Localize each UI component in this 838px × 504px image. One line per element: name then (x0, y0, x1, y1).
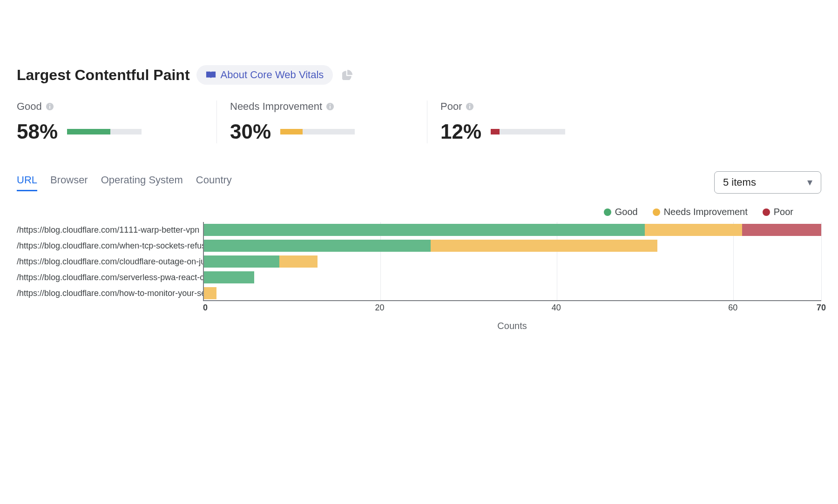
chart-x-tick: 70 (817, 303, 826, 313)
tab-url[interactable]: URL (17, 174, 37, 191)
chart-y-label: https://blog.cloudflare.com/when-tcp-soc… (17, 238, 203, 254)
chart-y-label: https://blog.cloudflare.com/how-to-monit… (17, 285, 203, 301)
book-icon (206, 70, 216, 80)
page-title: Largest Contentful Paint (17, 67, 190, 84)
legend-dot-icon (604, 208, 611, 216)
legend-dot-icon (763, 208, 770, 216)
legend-poor-label: Poor (774, 207, 793, 217)
metric-poor-bar (491, 129, 565, 134)
chart-x-tick: 40 (552, 303, 561, 313)
header: Largest Contentful Paint About Core Web … (17, 65, 821, 85)
pie-chart-icon[interactable] (342, 70, 352, 80)
tabs-row: URLBrowserOperating SystemCountry 5 item… (17, 171, 821, 194)
chart-bar-row[interactable] (204, 255, 468, 268)
metric-needs-improvement-value: 30% (230, 120, 271, 143)
legend-good[interactable]: Good (604, 207, 638, 217)
chart-legend: Good Needs Improvement Poor (17, 207, 821, 217)
tabs: URLBrowserOperating SystemCountry (17, 174, 232, 191)
info-icon[interactable] (326, 102, 334, 111)
metric-good: Good 58% (17, 101, 217, 143)
metric-needs-improvement-bar (280, 129, 355, 134)
chart-bar-segment (645, 224, 742, 236)
chart-bar-row[interactable] (204, 224, 821, 236)
legend-poor[interactable]: Poor (763, 207, 793, 217)
tab-browser[interactable]: Browser (50, 174, 88, 191)
chart-bar-segment (204, 271, 254, 283)
svg-rect-8 (470, 104, 471, 105)
chart-x-tick: 0 (203, 303, 208, 313)
svg-rect-2 (49, 104, 50, 105)
metrics-row: Good 58% Needs Improvement 30% Poor 12% (17, 101, 821, 143)
metric-needs-improvement: Needs Improvement 30% (217, 101, 427, 143)
chart-bar-segment (742, 224, 821, 236)
svg-rect-7 (470, 106, 471, 108)
items-count-select[interactable]: 5 items ▾ (714, 171, 821, 194)
chart-bar-segment (204, 255, 279, 268)
chart-y-label: https://blog.cloudflare.com/cloudflare-o… (17, 254, 203, 269)
url-breakdown-chart: https://blog.cloudflare.com/1111-warp-be… (17, 222, 821, 301)
legend-needs-improvement-label: Needs Improvement (664, 207, 748, 217)
chart-bar-segment (204, 287, 216, 299)
info-icon[interactable] (466, 102, 474, 111)
metric-good-label: Good (17, 101, 42, 113)
items-select-label: 5 items (723, 176, 756, 188)
chart-y-label: https://blog.cloudflare.com/serverless-p… (17, 269, 203, 285)
chart-x-tick: 20 (375, 303, 384, 313)
tab-country[interactable]: Country (196, 174, 232, 191)
chart-bar-row[interactable] (204, 240, 733, 252)
about-core-web-vitals-link[interactable]: About Core Web Vitals (196, 65, 333, 85)
about-link-label: About Core Web Vitals (221, 69, 324, 81)
chart-bar-segment (204, 224, 645, 236)
chart-x-axis: 020406070 (203, 301, 821, 315)
chart-bar-row[interactable] (204, 287, 292, 299)
svg-rect-4 (330, 106, 331, 108)
chart-y-labels: https://blog.cloudflare.com/1111-warp-be… (17, 222, 203, 301)
info-icon[interactable] (46, 102, 54, 111)
metric-needs-improvement-label: Needs Improvement (230, 101, 322, 113)
metric-good-bar (67, 129, 142, 134)
chart-x-axis-label: Counts (203, 321, 821, 331)
chart-bar-segment (431, 240, 657, 252)
chart-bar-segment (279, 255, 317, 268)
metric-poor: Poor 12% (427, 101, 638, 143)
chart-bar-row[interactable] (204, 271, 380, 283)
svg-rect-1 (49, 106, 50, 108)
metric-poor-label: Poor (440, 101, 462, 113)
legend-good-label: Good (615, 207, 638, 217)
chart-plot-area (203, 222, 821, 301)
tab-operating-system[interactable]: Operating System (101, 174, 183, 191)
chart-bar-segment (204, 240, 431, 252)
svg-rect-5 (330, 104, 331, 105)
legend-dot-icon (653, 208, 660, 216)
chevron-down-icon: ▾ (807, 176, 812, 188)
legend-needs-improvement[interactable]: Needs Improvement (653, 207, 748, 217)
metric-good-value: 58% (17, 120, 58, 143)
chart-x-tick: 60 (728, 303, 737, 313)
chart-y-label: https://blog.cloudflare.com/1111-warp-be… (17, 222, 203, 238)
metric-poor-value: 12% (440, 120, 481, 143)
